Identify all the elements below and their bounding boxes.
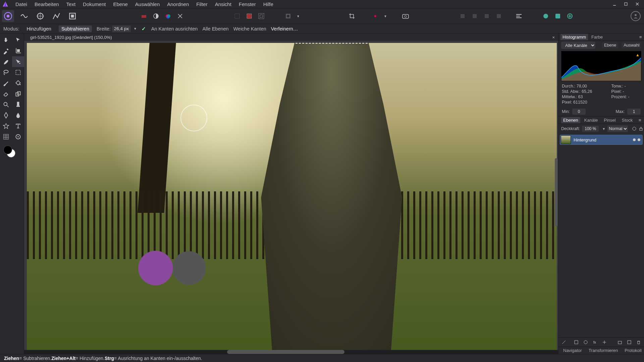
horizontal-scrollbar[interactable] — [24, 350, 558, 354]
tab-protokoll[interactable]: Protokoll — [623, 347, 644, 354]
tab-histogram[interactable]: Histogramm — [560, 34, 588, 40]
opacity-dropdown-icon[interactable]: ▼ — [602, 127, 605, 131]
account-avatar[interactable] — [631, 11, 641, 21]
group-layers-icon[interactable] — [616, 339, 623, 346]
persona-export[interactable] — [66, 10, 78, 22]
add-layer-icon[interactable] — [626, 339, 633, 346]
auto-color-icon[interactable] — [163, 11, 173, 21]
tab-farbe[interactable]: Farbe — [589, 34, 605, 40]
tab-stock[interactable]: Stock — [620, 117, 635, 123]
min-input[interactable] — [572, 109, 586, 115]
persona-develop[interactable] — [34, 10, 46, 22]
menu-auswaehlen[interactable]: Auswählen — [132, 0, 163, 8]
tool-mesh[interactable] — [0, 131, 12, 142]
menu-ebene[interactable]: Ebene — [110, 0, 131, 8]
sync-icon[interactable] — [553, 11, 563, 21]
swatch-foreground[interactable] — [3, 145, 12, 154]
color-swatches[interactable] — [0, 144, 24, 161]
window-close[interactable] — [633, 1, 642, 7]
arrange-center-icon[interactable] — [470, 11, 480, 21]
tool-dodge[interactable] — [12, 99, 24, 110]
tool-text[interactable] — [12, 121, 24, 131]
align-icon[interactable] — [514, 11, 524, 21]
layer-visibility-icon[interactable] — [638, 138, 640, 141]
tool-zoom[interactable] — [0, 99, 12, 110]
layers-panel-menu-icon[interactable]: ≡ — [639, 118, 641, 123]
menu-ansicht[interactable]: Ansicht — [212, 0, 235, 8]
canvas-viewport[interactable] — [24, 41, 558, 354]
channel-select[interactable]: Alle Kanäle — [561, 42, 595, 49]
cloud-icon[interactable] — [565, 11, 575, 21]
snap-edges-label[interactable]: An Kanten ausrichten — [151, 26, 198, 32]
mode-add-button[interactable]: Hinzufügen — [24, 25, 54, 32]
clipping-warning-icon[interactable]: ▲ — [636, 53, 640, 57]
blend-mode-select[interactable]: Normal — [607, 125, 628, 132]
persona-liquify[interactable] — [18, 10, 30, 22]
add-adjustment-icon[interactable] — [582, 339, 589, 346]
selection-grow-icon[interactable] — [256, 11, 266, 21]
tool-color-picker[interactable] — [0, 46, 12, 56]
window-maximize[interactable] — [621, 1, 631, 7]
tool-move[interactable] — [12, 35, 24, 46]
quick-mask-icon[interactable] — [283, 11, 293, 21]
persona-tone-mapping[interactable] — [50, 10, 62, 22]
quick-mask-dropdown-icon[interactable]: ▼ — [297, 14, 300, 18]
tool-sample[interactable] — [12, 131, 24, 142]
all-layers-toggle[interactable]: Alle Ebenen — [202, 26, 228, 32]
max-input[interactable] — [627, 109, 641, 115]
tool-crop[interactable] — [12, 46, 24, 56]
tool-clone[interactable] — [12, 88, 24, 99]
crop-tool-icon[interactable] — [347, 11, 357, 21]
menu-dokument[interactable]: Dokument — [79, 0, 109, 8]
refine-button[interactable]: Verfeinern… — [271, 26, 298, 32]
delete-layer-icon[interactable] — [635, 339, 642, 346]
soft-edges-toggle[interactable]: Weiche Kanten — [233, 26, 266, 32]
window-minimize[interactable] — [610, 1, 619, 7]
tool-lasso[interactable] — [0, 67, 12, 78]
vertical-scrollbar[interactable] — [554, 41, 558, 350]
histogram-layer-button[interactable]: Ebene — [602, 42, 618, 48]
tool-shape[interactable] — [0, 121, 12, 131]
menu-filter[interactable]: Filter — [193, 0, 211, 8]
snap-edges-check-icon[interactable]: ✓ — [142, 26, 146, 32]
selection-none-icon[interactable] — [232, 11, 242, 21]
layer-blend-ranges-icon[interactable] — [560, 339, 567, 346]
auto-levels-icon[interactable] — [151, 11, 161, 21]
layer-fx-icon[interactable] — [632, 126, 637, 132]
snapshot-icon[interactable] — [400, 11, 411, 21]
add-fx-icon[interactable]: fx — [592, 339, 598, 346]
opacity-input[interactable] — [582, 126, 599, 132]
assistant-dropdown-icon[interactable]: ▼ — [384, 14, 387, 18]
layer-link-icon[interactable] — [633, 138, 636, 141]
selection-invert-icon[interactable] — [244, 11, 254, 21]
tab-kanaele[interactable]: Kanäle — [582, 117, 600, 123]
tab-navigator[interactable]: Navigator — [561, 347, 584, 354]
assistant-icon[interactable] — [370, 11, 380, 21]
add-live-filter-icon[interactable] — [601, 339, 608, 346]
document-tab[interactable]: girl-535251_1920.jpg [Geändert] (150,0%) — [28, 34, 115, 41]
tool-flood-select[interactable] — [12, 56, 24, 67]
stock-icon[interactable] — [541, 11, 551, 21]
menu-text[interactable]: Text — [63, 0, 79, 8]
tab-transform[interactable]: Transformieren — [587, 347, 620, 354]
tool-pen[interactable] — [0, 110, 12, 121]
histogram-selection-button[interactable]: Auswahl — [622, 42, 641, 48]
persona-photo[interactable] — [2, 10, 14, 22]
arrange-right-icon[interactable] — [482, 11, 492, 21]
width-dropdown-icon[interactable]: ▼ — [133, 27, 137, 31]
tool-marquee[interactable] — [12, 67, 24, 78]
layer-row[interactable]: Hintergrund — [560, 135, 643, 145]
swatch-recent-icon[interactable] — [139, 11, 149, 21]
menu-bearbeiten[interactable]: Bearbeiten — [31, 0, 62, 8]
layer-lock-icon[interactable] — [639, 126, 643, 132]
auto-white-balance-icon[interactable] — [175, 11, 185, 21]
menu-fenster[interactable]: Fenster — [235, 0, 259, 8]
menu-datei[interactable]: Datei — [12, 0, 31, 8]
menu-hilfe[interactable]: Hilfe — [260, 0, 277, 8]
width-input[interactable] — [112, 25, 131, 32]
tool-brush[interactable] — [0, 78, 12, 88]
mode-subtract-button[interactable]: Subtrahieren — [59, 25, 92, 32]
tool-eraser[interactable] — [0, 88, 12, 99]
arrange-more-icon[interactable] — [494, 11, 504, 21]
tab-pinsel[interactable]: Pinsel — [602, 117, 618, 123]
